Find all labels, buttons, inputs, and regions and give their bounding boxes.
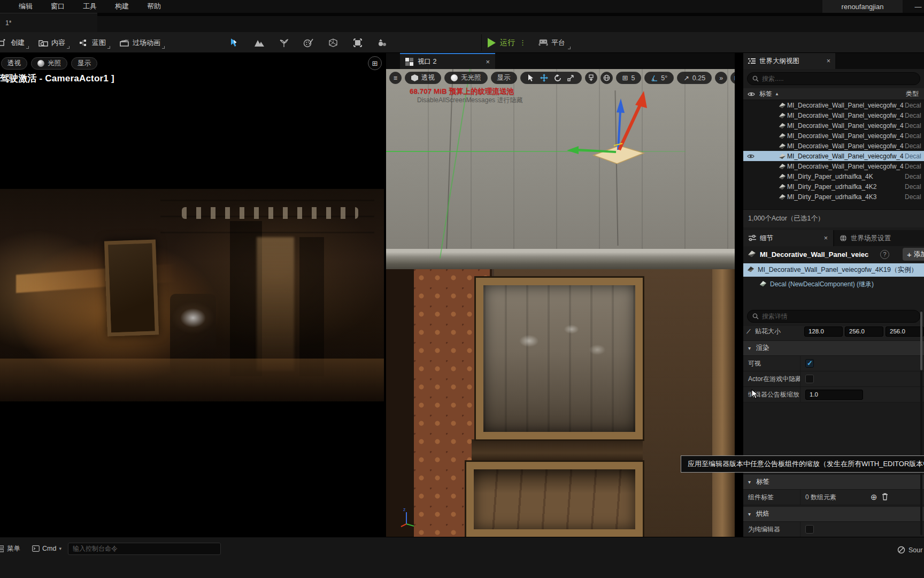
viewport-grid-icon [405,58,413,66]
details-scrollbar[interactable] [920,310,922,535]
content-button[interactable]: 内容 [33,35,71,51]
console-type-button[interactable]: Cmd ▾ [32,545,61,552]
cinematics-label: 过场动画 [133,38,160,48]
eye-icon[interactable] [743,92,759,97]
left-lit-button[interactable]: 光照 [31,57,67,70]
decal-size-x[interactable]: 128.0 [804,326,843,337]
table-row[interactable]: MI_Decorative_Wall_Panel_veiecgofw_4 Dec… [743,120,924,131]
close-icon[interactable]: × [486,58,490,66]
section-cooking[interactable]: ▾ 烘焙 [743,507,924,522]
left-perspective-button[interactable]: 透视 [1,57,27,70]
blueprint-button[interactable]: 蓝图 [74,35,111,51]
close-icon[interactable]: × [827,57,830,65]
world-settings-tab[interactable]: 世界场景设置 [834,230,924,246]
table-row[interactable]: MI_Decorative_Wall_Panel_veiecgofw_4 Dec… [743,161,924,171]
rotate-tool-icon[interactable] [553,74,562,82]
scale-tool-icon[interactable] [567,74,575,82]
perspective-cube-icon [411,74,418,81]
play-button[interactable] [488,38,496,48]
outliner-tab[interactable]: 世界大纲视图 × [743,53,835,69]
console-input[interactable] [73,545,216,552]
select-tool-icon[interactable] [527,74,535,82]
table-row[interactable]: MI_Decorative_Wall_Panel_veiecgofw_4 Dec… [743,100,924,110]
menu-item[interactable]: 工具 [74,2,106,11]
help-icon[interactable]: ? [880,250,889,259]
menu-item[interactable]: 帮助 [138,2,170,11]
angle-snap-button[interactable]: 5° [644,72,674,84]
left-show-button[interactable]: 显示 [71,57,97,70]
menu-item[interactable]: 构建 [106,2,138,11]
section-rendering[interactable]: ▾ 渲染 [743,341,924,356]
billboard-scale-field[interactable]: 1.0 [805,390,863,400]
maximize-viewport-icon[interactable]: ⊞ [730,72,735,84]
fracture-mode-icon[interactable] [327,37,339,49]
animation-mode-icon[interactable] [376,37,388,49]
table-row[interactable]: MI_Dirty_Paper_udrhaifka_4K3 Decal [743,192,924,202]
hidden-in-game-checkbox[interactable] [805,375,814,383]
camera-viewport[interactable]: 透视 光照 显示 ⊞ [驾驶激活 - CameraActor1 ] [0,53,384,537]
cinematics-button[interactable]: 过场动画 [114,35,166,51]
table-row[interactable]: MI_Decorative_Wall_Panel_veiecgofw_4 Dec… [743,131,924,141]
outliner-search[interactable] [747,72,920,85]
add-component-button[interactable]: +添加 [903,248,924,261]
table-row[interactable]: MI_Decorative_Wall_Panel_veiecgofw_4 Dec… [743,110,924,120]
close-icon[interactable]: × [824,234,828,242]
mesh-paint-mode-icon[interactable] [303,37,314,49]
eye-icon[interactable] [743,154,758,159]
viewport-layout-button[interactable]: ⊞ [368,56,382,70]
visible-checkbox[interactable] [805,359,814,368]
source-control-button[interactable]: Sour [897,546,924,554]
details-search-input[interactable] [762,313,915,320]
level-tab[interactable]: 1* [0,13,97,32]
content-drawer-button[interactable]: 菜单 [0,544,20,553]
decal-icon [748,250,756,259]
console-input-box[interactable] [68,543,221,555]
minimize-button[interactable]: — [912,0,924,13]
transform-gizmo[interactable] [563,88,659,179]
camera-speed-button[interactable]: ↗0.25 [677,72,712,84]
menu-item[interactable]: 窗口 [42,2,74,11]
platforms-button[interactable]: 平台 [538,38,571,48]
add-element-icon[interactable]: ⊕ [871,492,877,502]
component-row[interactable]: Decal (NewDecalComponent) (继承) [743,278,924,291]
run-label[interactable]: 运行 [500,38,515,48]
viewport-menu-icon[interactable]: ≡ [389,72,402,84]
outliner-search-input[interactable] [762,75,915,82]
column-type[interactable]: 类型 [906,89,924,98]
editor-only-checkbox[interactable] [805,525,814,534]
foliage-mode-icon[interactable] [278,37,290,49]
menu-item[interactable]: 编辑 [10,2,42,11]
perspective-button[interactable]: 透视 [405,72,441,84]
interior-scene [386,269,735,537]
show-button[interactable]: 显示 [491,72,517,84]
select-mode-icon[interactable] [229,37,241,49]
table-row[interactable]: MI_Dirty_Paper_udrhaifka_4K Decal [743,171,924,181]
trash-icon[interactable] [882,493,888,502]
modeling-mode-icon[interactable] [352,37,364,49]
decal-size-z[interactable]: 256.0 [886,326,924,337]
surface-snap-icon[interactable] [585,72,597,84]
user-account-badge[interactable]: renoufangjian [822,0,903,13]
play-options-icon[interactable]: ⋮ [519,39,527,47]
section-tags[interactable]: ▾ 标签 [743,475,924,490]
grid-snap-button[interactable]: ⊞5 [616,72,642,84]
landscape-mode-icon[interactable] [253,37,265,49]
create-button[interactable]: 创建 [0,35,30,51]
viewport-2-tab[interactable]: 视口 2 × [400,53,495,69]
column-label[interactable]: 标签 [759,89,772,98]
details-search[interactable] [747,310,920,323]
world-space-icon[interactable] [600,72,613,84]
camera-scene-image [0,189,384,401]
decal-size-y[interactable]: 256.0 [845,326,883,337]
overflow-toolbar-icon[interactable]: » [715,72,727,84]
table-row[interactable]: MI_Dirty_Paper_udrhaifka_4K2 Decal [743,181,924,192]
details-tab[interactable]: 细节 × [743,230,833,246]
move-tool-icon[interactable] [540,74,549,82]
selected-instance-row[interactable]: MI_Decorative_Wall_Panel_veiecgofw_4K19（… [743,263,924,277]
row-hidden-in-game: Actor在游戏中隐藏 [743,371,924,387]
table-row[interactable]: MI_Decorative_Wall_Panel_veiecgofw_4 Dec… [743,151,924,161]
content-label: 内容 [51,38,65,48]
unlit-button[interactable]: 无光照 [444,72,488,84]
table-row[interactable]: MI_Decorative_Wall_Panel_veiecgofw_4 Dec… [743,141,924,151]
expander-icon[interactable]: ⟋ [746,328,753,335]
